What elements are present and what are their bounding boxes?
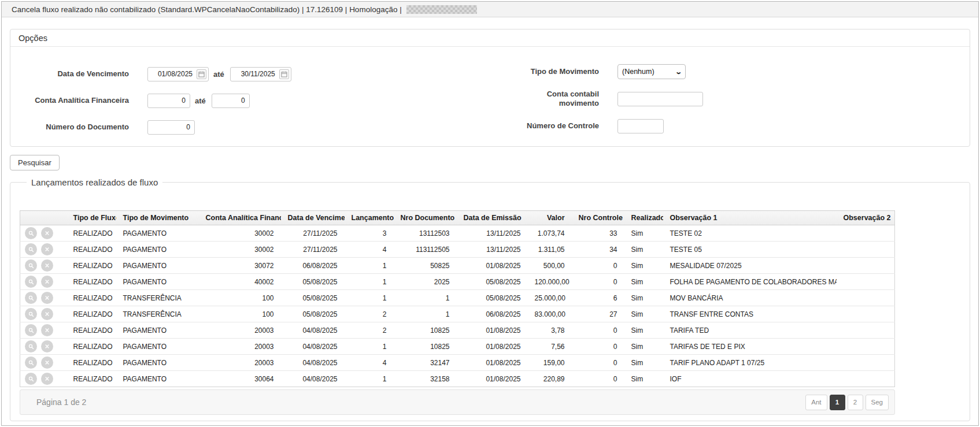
cell: 04/08/2025 (281, 322, 345, 339)
cell: 4 (345, 355, 394, 371)
cell: 20003 (199, 339, 281, 355)
row-actions (20, 322, 66, 339)
magnifier-icon[interactable] (25, 373, 37, 385)
page-button-2[interactable]: 2 (848, 395, 863, 410)
options-form: Data de Vencimento até (10, 47, 970, 146)
column-header: Lançamento (345, 211, 394, 225)
table-row: REALIZADOTRANSFERÊNCIA10005/08/20252106/… (20, 306, 895, 322)
cell: 40002 (199, 274, 281, 290)
cell: FOLHA DE PAGAMENTO DE COLABORADORES MATR… (663, 274, 837, 290)
column-header: Valor (528, 211, 572, 225)
table-row: REALIZADOPAGAMENTO2000304/08/20251108250… (20, 339, 895, 355)
data-vencimento-from-input[interactable] (148, 68, 197, 80)
close-icon[interactable] (41, 308, 53, 320)
cell: Sim (624, 258, 663, 274)
magnifier-icon[interactable] (25, 340, 37, 352)
magnifier-icon[interactable] (25, 243, 37, 255)
cell: Sim (624, 290, 663, 306)
close-icon[interactable] (41, 357, 53, 369)
table-row: REALIZADOPAGAMENTO3006404/08/20251321580… (20, 371, 895, 387)
close-icon[interactable] (41, 292, 53, 304)
magnifier-icon[interactable] (25, 227, 37, 239)
magnifier-icon[interactable] (25, 357, 37, 369)
cell: 06/08/2025 (457, 306, 528, 322)
cell: PAGAMENTO (116, 258, 199, 274)
field-row-conta-contabil: Conta contabil movimento (518, 90, 842, 109)
conta-analitica-to-input[interactable] (212, 94, 250, 108)
close-icon[interactable] (41, 324, 53, 336)
conta-contabil-input[interactable] (617, 92, 703, 106)
close-icon[interactable] (41, 373, 53, 385)
magnifier-icon[interactable] (25, 259, 37, 272)
row-actions (20, 306, 66, 322)
magnifier-icon[interactable] (25, 276, 37, 288)
row-actions (20, 274, 66, 290)
close-icon[interactable] (41, 243, 53, 255)
cell: 27/11/2025 (281, 225, 345, 242)
magnifier-icon[interactable] (25, 324, 37, 336)
conta-range-separator: até (195, 96, 206, 105)
close-icon[interactable] (41, 340, 53, 352)
column-header: Realizado (624, 211, 663, 225)
row-actions (20, 225, 66, 242)
cell: 27/11/2025 (281, 242, 345, 258)
cell: REALIZADO (66, 306, 116, 322)
cell: 1 (394, 306, 457, 322)
cell: PAGAMENTO (116, 322, 199, 339)
numero-controle-input[interactable] (617, 119, 664, 133)
cell: 30002 (199, 242, 281, 258)
cell: Sim (624, 322, 663, 339)
grid-footer: Página 1 de 2 Ant12Seg (20, 389, 895, 415)
calendar-icon[interactable] (197, 69, 206, 79)
magnifier-icon[interactable] (25, 308, 37, 320)
prev-page-button[interactable]: Ant (805, 395, 827, 410)
cell (837, 306, 895, 322)
cell: 34 (572, 242, 624, 258)
search-button[interactable]: Pesquisar (10, 155, 60, 170)
cell: 01/08/2025 (457, 339, 528, 355)
cell: 05/08/2025 (281, 306, 345, 322)
cell: Sim (624, 225, 663, 242)
cell: 30064 (199, 371, 281, 387)
field-row-data-vencimento: Data de Vencimento até (10, 66, 380, 81)
close-icon[interactable] (41, 227, 53, 239)
page-status: Página 1 de 2 (36, 398, 86, 407)
cell: TARIFA TED (663, 322, 837, 339)
title-bar: Cancela fluxo realizado não contabilizad… (2, 2, 978, 17)
table-row: REALIZADOPAGAMENTO3000227/11/20254113112… (20, 242, 895, 258)
cell: 1 (345, 290, 394, 306)
page-button-1[interactable]: 1 (830, 395, 845, 410)
cell: 13112503 (394, 225, 457, 242)
column-header: Observação 2 (837, 211, 895, 225)
cell: Sim (624, 339, 663, 355)
next-page-button[interactable]: Seg (866, 395, 889, 410)
cell: 06/08/2025 (281, 258, 345, 274)
numero-documento-input[interactable] (147, 120, 195, 135)
cell (837, 258, 895, 274)
redacted-text (406, 5, 477, 14)
magnifier-icon[interactable] (25, 292, 37, 304)
calendar-icon[interactable] (279, 69, 289, 79)
close-icon[interactable] (41, 276, 53, 288)
cell: Sim (624, 355, 663, 371)
cell: PAGAMENTO (116, 274, 199, 290)
cell: 100 (199, 290, 281, 306)
data-vencimento-to-input[interactable] (231, 68, 279, 80)
cell: REALIZADO (66, 339, 116, 355)
close-icon[interactable] (41, 259, 53, 272)
cell: 0 (572, 355, 624, 371)
cell: 33 (572, 225, 624, 242)
cell: 1 (394, 290, 457, 306)
cell: TRANSFERÊNCIA (116, 306, 199, 322)
cell: REALIZADO (66, 274, 116, 290)
cell: PAGAMENTO (116, 371, 199, 387)
cell (837, 355, 895, 371)
cell: 6 (572, 290, 624, 306)
cell: 01/08/2025 (457, 258, 528, 274)
cell: REALIZADO (66, 225, 116, 242)
conta-analitica-from-input[interactable] (147, 94, 190, 108)
cell: 120.000,00 (528, 274, 572, 290)
options-panel: Opções Data de Vencimento até (10, 29, 970, 147)
cell (837, 274, 895, 290)
tipo-movimento-select[interactable]: (Nenhum) ⌄ (617, 64, 686, 79)
